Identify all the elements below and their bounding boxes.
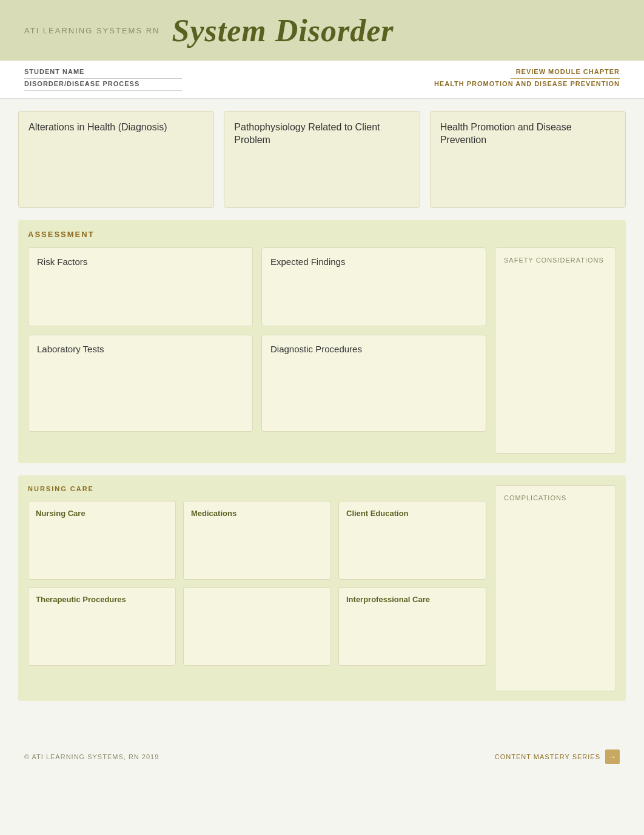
therapeutic-procedures-box: Therapeutic Procedures xyxy=(28,587,176,666)
nursing-header: NURSING CARE xyxy=(28,485,486,492)
risk-factors-box: Risk Factors xyxy=(28,247,253,326)
assessment-main: Risk Factors Expected Findings Laborator… xyxy=(28,247,486,454)
assessment-right: SAFETY Considerations xyxy=(495,247,616,454)
diagnostic-procedures-box: Diagnostic Procedures xyxy=(261,335,486,432)
safety-label: SAFETY Considerations xyxy=(504,257,607,264)
alterations-content xyxy=(29,139,204,175)
laboratory-tests-box: Laboratory Tests xyxy=(28,335,253,432)
nursing-grid-top: Nursing Care Medications Client Educatio… xyxy=(28,501,486,580)
footer-right: CONTENT MASTERY SERIES → xyxy=(495,749,620,764)
nursing-right: Complications xyxy=(495,485,616,691)
top-boxes: Alterations in Health (Diagnosis) Pathop… xyxy=(18,111,626,208)
pathophysiology-box: Pathophysiology Related to Client Proble… xyxy=(224,111,420,208)
pathophysiology-title: Pathophysiology Related to Client Proble… xyxy=(234,121,409,147)
review-value: Health Promotion and Disease Prevention xyxy=(434,80,620,87)
assessment-grid: Risk Factors Expected Findings Laborator… xyxy=(28,247,616,454)
laboratory-tests-title: Laboratory Tests xyxy=(37,344,244,354)
safety-considerations-box: SAFETY Considerations xyxy=(495,247,616,454)
header-title: System Disorder xyxy=(172,13,394,49)
empty-nursing-box xyxy=(183,587,331,666)
medications-title: Medications xyxy=(191,509,323,518)
therapeutic-procedures-title: Therapeutic Procedures xyxy=(36,595,168,604)
client-education-box: Client Education xyxy=(338,501,486,580)
info-left: STUDENT NAME DISORDER/DISEASE PROCESS xyxy=(24,68,182,91)
disorder-line xyxy=(24,90,182,91)
pathophysiology-content xyxy=(234,152,409,188)
assessment-header: ASSESSMENT xyxy=(28,230,616,239)
main-content: Alterations in Health (Diagnosis) Pathop… xyxy=(0,99,644,725)
interprofessional-care-title: Interprofessional Care xyxy=(346,595,478,604)
student-name-label: STUDENT NAME xyxy=(24,68,182,75)
client-education-title: Client Education xyxy=(346,509,478,518)
nursing-section: NURSING CARE Nursing Care Medications Cl… xyxy=(18,475,626,701)
health-promotion-content xyxy=(440,152,615,188)
assessment-row-top: Risk Factors Expected Findings xyxy=(28,247,486,326)
expected-findings-title: Expected Findings xyxy=(270,257,477,267)
complications-box: Complications xyxy=(495,485,616,691)
risk-factors-title: Risk Factors xyxy=(37,257,244,267)
review-label: REVIEW MODULE CHAPTER xyxy=(516,68,620,75)
interprofessional-care-box: Interprofessional Care xyxy=(338,587,486,666)
review-line xyxy=(511,78,620,79)
info-bar: STUDENT NAME DISORDER/DISEASE PROCESS RE… xyxy=(0,61,644,99)
footer-left: © ATI LEARNING SYSTEMS, RN 2019 xyxy=(24,753,159,760)
info-right: REVIEW MODULE CHAPTER Health Promotion a… xyxy=(434,68,620,87)
assessment-row-bottom: Laboratory Tests Diagnostic Procedures xyxy=(28,335,486,432)
disorder-label: DISORDER/DISEASE PROCESS xyxy=(24,80,182,87)
complications-label: Complications xyxy=(504,494,607,501)
next-arrow-icon[interactable]: → xyxy=(605,749,620,764)
nursing-interventions-title: Nursing Care xyxy=(36,509,168,518)
nursing-main: NURSING CARE Nursing Care Medications Cl… xyxy=(28,485,486,691)
nursing-grid-bottom: Therapeutic Procedures Interprofessional… xyxy=(28,587,486,666)
expected-findings-box: Expected Findings xyxy=(261,247,486,326)
diagnostic-procedures-title: Diagnostic Procedures xyxy=(270,344,477,354)
content-mastery-label: CONTENT MASTERY SERIES xyxy=(495,753,600,760)
footer: © ATI LEARNING SYSTEMS, RN 2019 CONTENT … xyxy=(0,737,644,776)
nursing-interventions-box: Nursing Care xyxy=(28,501,176,580)
health-promotion-box: Health Promotion and Disease Prevention xyxy=(430,111,626,208)
student-name-line xyxy=(24,78,182,79)
health-promotion-title: Health Promotion and Disease Prevention xyxy=(440,121,615,147)
header-subtitle: ATI LEARNING SYSTEMS RN xyxy=(24,26,159,35)
medications-box: Medications xyxy=(183,501,331,580)
assessment-section: ASSESSMENT Risk Factors Expected Finding… xyxy=(18,220,626,463)
header: ATI LEARNING SYSTEMS RN System Disorder xyxy=(0,0,644,61)
alterations-box: Alterations in Health (Diagnosis) xyxy=(18,111,214,208)
alterations-title: Alterations in Health (Diagnosis) xyxy=(29,121,204,134)
